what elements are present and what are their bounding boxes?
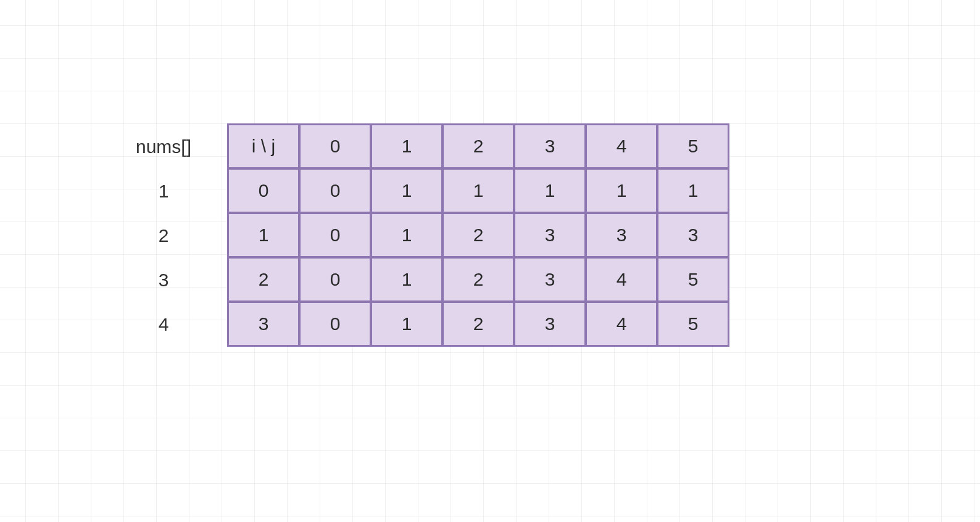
dp-cell-2-1: 1	[372, 259, 441, 300]
dp-diagram: nums[] 1 2 3 4 i \ j 0 1 2 3 4 5 0 0 1 1…	[111, 123, 729, 347]
dp-cell-0-4: 1	[587, 170, 656, 212]
dp-cell-0-3: 1	[515, 170, 584, 212]
dp-cell-0-2: 1	[444, 170, 513, 212]
nums-header-label: nums[]	[111, 125, 216, 169]
dp-cell-3-4: 4	[587, 303, 656, 345]
dp-row-index-1: 1	[229, 214, 298, 256]
dp-cell-1-4: 3	[587, 214, 656, 256]
dp-row-3: 3 0 1 2 3 4 5	[229, 303, 728, 345]
dp-cell-3-5: 5	[658, 303, 728, 345]
dp-cell-2-3: 3	[515, 259, 584, 300]
dp-row-0: 0 0 1 1 1 1 1	[229, 170, 728, 212]
dp-row-1: 1 0 1 2 3 3 3	[229, 214, 728, 256]
dp-cell-3-1: 1	[372, 303, 441, 345]
dp-cell-3-3: 3	[515, 303, 584, 345]
dp-col-header-0: 0	[301, 125, 370, 167]
dp-cell-1-5: 3	[658, 214, 728, 256]
dp-col-header-2: 2	[444, 125, 513, 167]
dp-cell-2-2: 2	[444, 259, 513, 300]
dp-header-row: i \ j 0 1 2 3 4 5	[229, 125, 728, 167]
dp-cell-2-4: 4	[587, 259, 656, 300]
dp-cell-0-5: 1	[658, 170, 728, 212]
nums-value-2: 3	[111, 258, 216, 302]
dp-cell-0-0: 0	[301, 170, 370, 212]
dp-cell-0-1: 1	[372, 170, 441, 212]
dp-cell-2-5: 5	[658, 259, 728, 300]
dp-col-header-3: 3	[515, 125, 584, 167]
dp-cell-1-1: 1	[372, 214, 441, 256]
nums-value-3: 4	[111, 302, 216, 347]
dp-row-2: 2 0 1 2 3 4 5	[229, 259, 728, 300]
dp-cell-1-3: 3	[515, 214, 584, 256]
dp-row-index-3: 3	[229, 303, 298, 345]
nums-column: nums[] 1 2 3 4	[111, 125, 216, 347]
dp-row-index-0: 0	[229, 170, 298, 212]
dp-cell-1-0: 0	[301, 214, 370, 256]
dp-corner-cell: i \ j	[229, 125, 298, 167]
dp-cell-3-0: 0	[301, 303, 370, 345]
dp-col-header-5: 5	[658, 125, 728, 167]
dp-cell-2-0: 0	[301, 259, 370, 300]
dp-row-index-2: 2	[229, 259, 298, 300]
dp-table: i \ j 0 1 2 3 4 5 0 0 1 1 1 1 1 1 0 1 2 …	[227, 123, 729, 347]
dp-col-header-1: 1	[372, 125, 441, 167]
dp-cell-3-2: 2	[444, 303, 513, 345]
nums-value-1: 2	[111, 213, 216, 258]
nums-value-0: 1	[111, 169, 216, 213]
dp-cell-1-2: 2	[444, 214, 513, 256]
dp-col-header-4: 4	[587, 125, 656, 167]
